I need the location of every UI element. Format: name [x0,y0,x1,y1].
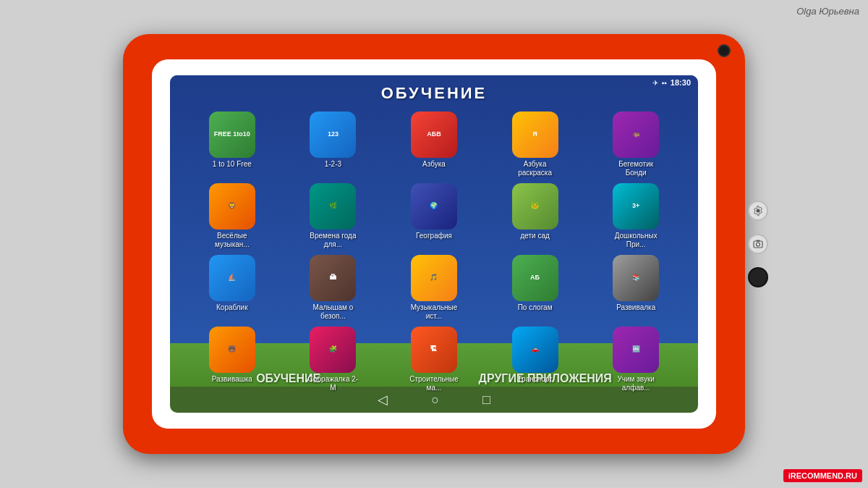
app-label: 1-2-3 [325,160,341,169]
screen-title: ОБУЧЕНИЕ [170,75,698,103]
app-icon: 🌿 [310,183,356,230]
app-item[interactable]: 1231-2-3 [286,112,381,177]
app-icon: FREE 1to10 [209,112,255,158]
app-icon: 📚 [613,255,659,301]
app-item[interactable]: 🌍География [386,183,482,249]
app-icon: 🐻 [209,327,255,373]
app-item[interactable]: 🏔Малышам о безоп... [286,255,381,321]
app-label: Развивалка [616,303,655,312]
app-icon: 🦛 [613,112,659,158]
app-label: Развивашка [212,375,252,384]
svg-rect-3 [757,240,760,242]
app-item[interactable]: 🐻Развивашка [184,327,280,392]
app-item[interactable]: ЯАзбука раскраска [488,112,583,177]
app-grid: FREE 1to101 to 10 Free1231-2-3АБВАзбукаЯ… [170,106,698,398]
app-item[interactable]: АБПо слогам [488,255,583,321]
settings-button[interactable] [748,201,768,221]
app-icon: АБ [512,255,558,301]
app-label: 1 to 10 Free [213,160,252,169]
app-icon: 🧩 [310,327,356,373]
app-icon: ⛵ [209,255,255,301]
photo-background: Olga Юрьевна [0,0,868,488]
app-item[interactable]: 🏗Строительные ма... [386,327,482,392]
svg-point-2 [757,243,760,246]
app-item[interactable]: ⛵Кораблик [184,255,280,321]
irecommend-logo: iRECOMMEND.RU [783,469,862,482]
app-item[interactable]: 🎵Музыкальные ист... [386,255,482,321]
app-icon: Я [512,112,558,158]
app-icon: АБВ [411,112,457,158]
app-item[interactable]: 🧩Сображалка 2-М [286,327,381,392]
tablet-case: ✈ ▪▪ 18:30 ОБУЧЕНИЕ FREE 1to101 to 10 Fr… [123,34,745,454]
app-label: По слогам [518,303,553,312]
app-item[interactable]: 🦁Весёлые музыкан... [184,183,280,249]
tablet-screen: ✈ ▪▪ 18:30 ОБУЧЕНИЕ FREE 1to101 to 10 Fr… [170,75,698,413]
app-item[interactable]: 🔤Учим звуки алфав... [588,327,684,392]
app-icon: 🎵 [411,255,457,301]
app-label: Времена года для... [307,232,358,249]
app-item[interactable]: 📚Развивалка [588,255,684,321]
app-label: Музыкальные ист... [409,303,459,321]
app-label: Малышам о безоп... [307,303,358,321]
app-label: Бегемотик Бонди [610,160,661,177]
app-label: Весёлые музыкан... [207,232,258,249]
app-icon: 123 [310,112,356,158]
svg-point-0 [757,209,760,213]
app-item[interactable]: АБВАзбука [386,112,482,177]
app-icon: 🚗 [512,327,558,373]
watermark: Olga Юрьевна [796,6,859,17]
svg-rect-1 [754,241,762,248]
app-icon: 🏔 [310,255,356,301]
app-item[interactable]: 🚗Транспорт [488,327,583,392]
app-label: Транспорт [518,375,553,384]
app-label: Дошкольных При... [610,232,661,249]
app-item[interactable]: FREE 1to101 to 10 Free [184,112,280,177]
tablet-bezel: ✈ ▪▪ 18:30 ОБУЧЕНИЕ FREE 1to101 to 10 Fr… [152,59,716,429]
app-icon: 🌍 [411,183,457,230]
app-icon: 3+ [613,183,659,230]
photo-button[interactable] [748,234,768,254]
app-label: Азбука раскраска [510,160,561,177]
app-item[interactable]: 🦛Бегемотик Бонди [588,112,684,177]
app-icon: 🐸 [512,183,558,230]
side-buttons [748,201,768,287]
app-icon: 🏗 [411,327,457,373]
app-label: Учим звуки алфав... [610,375,661,392]
app-label: География [416,232,452,240]
app-label: Азбука [422,160,446,169]
app-label: Кораблик [216,303,248,312]
app-item[interactable]: 🌿Времена года для... [286,183,381,249]
app-label: Строительные ма... [409,375,459,392]
app-label: Сображалка 2-М [307,375,358,392]
app-label: дети сад [520,232,549,240]
power-button[interactable] [748,267,768,287]
app-icon: 🔤 [613,327,659,373]
app-icon: 🦁 [209,183,255,230]
app-item[interactable]: 🐸дети сад [488,183,583,249]
app-item[interactable]: 3+Дошкольных При... [588,183,684,249]
camera [718,44,731,57]
